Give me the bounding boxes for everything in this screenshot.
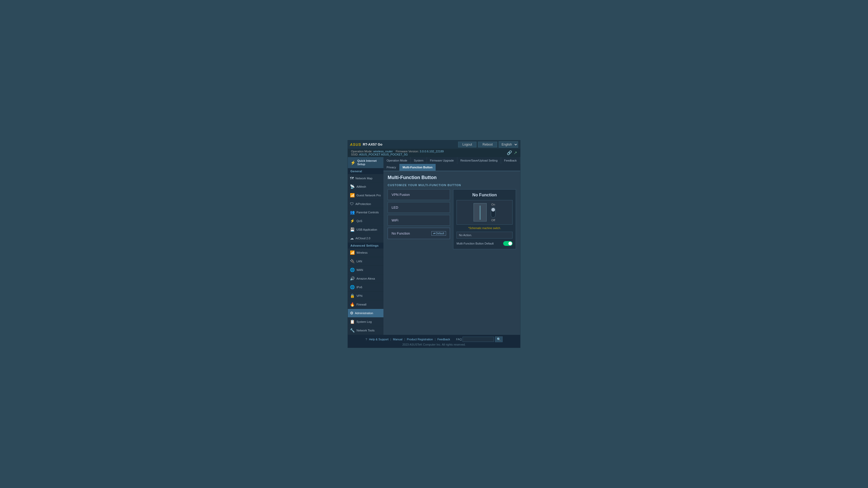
sidebar-item-qos[interactable]: ⚡ QoS	[348, 217, 383, 225]
led-label: LED	[392, 205, 398, 209]
footer-links: ? Help & Support | Manual | Product Regi…	[351, 336, 517, 342]
quick-setup-icon: ⚡	[350, 160, 356, 165]
reboot-button[interactable]: Reboot	[478, 142, 497, 148]
sidebar-item-label: Guest Network Pro	[356, 194, 381, 197]
faq-search-input[interactable]	[463, 337, 494, 342]
firmware-value: 3.0.0.6.102_22189	[420, 150, 444, 153]
sidebar-item-ipv6[interactable]: 🌐 IPv6	[348, 283, 383, 292]
router-image	[473, 203, 487, 222]
sidebar-item-guest-network[interactable]: 📶 Guest Network Pro	[348, 191, 383, 200]
tab-bar: Operation Mode System Firmware Upgrade R…	[383, 157, 520, 171]
quick-setup-item[interactable]: ⚡ Quick Internet Setup	[348, 157, 383, 168]
top-bar: ASUS RT-AX57 Go Logout Reboot English	[348, 140, 520, 149]
model-name: RT-AX57 Go	[363, 142, 382, 147]
tab-system[interactable]: System	[411, 157, 427, 164]
functions-list: VPN Fusion LED WiFi No Function ⇄ Defaul…	[388, 189, 450, 249]
administration-icon: ⚙	[350, 311, 353, 316]
qos-icon: ⚡	[350, 219, 355, 223]
led-button[interactable]: LED	[388, 202, 450, 213]
tab-feedback[interactable]: Feedback	[501, 157, 520, 164]
footer: ? Help & Support | Manual | Product Regi…	[348, 335, 520, 348]
aiprotection-icon: 🛡	[350, 202, 354, 206]
sidebar-item-administration[interactable]: ⚙ Administration	[348, 309, 383, 318]
customize-label: CUSTOMIZE YOUR MULTI-FUNCTION BUTTON	[388, 184, 516, 187]
sidebar-item-label: LAN	[356, 260, 362, 263]
system-log-icon: 📋	[350, 319, 355, 324]
sidebar-item-label: Network Tools	[356, 329, 375, 332]
switch-diagram: On Off	[457, 200, 513, 225]
advanced-section-label: Advanced Settings	[348, 243, 383, 249]
lan-icon: 🔌	[350, 259, 355, 264]
tab-operation-mode[interactable]: Operation Mode	[383, 157, 411, 164]
default-row-label: Multi-Function Button Default	[457, 242, 494, 245]
sidebar-item-aimesh[interactable]: 📡 AiMesh	[348, 183, 383, 191]
faq-label: FAQ	[456, 338, 462, 341]
share-icon[interactable]: ↗	[514, 150, 517, 155]
switch-off-label: Off	[491, 219, 495, 222]
default-badge: ⇄ Default	[431, 231, 446, 236]
sidebar-item-label: VPN	[356, 294, 363, 297]
sidebar-item-label: Amazon Alexa	[356, 277, 375, 280]
logout-button[interactable]: Logout	[458, 142, 477, 148]
help-support-link[interactable]: Help & Support	[369, 338, 389, 341]
tab-privacy[interactable]: Privacy	[383, 164, 399, 171]
default-toggle[interactable]	[503, 241, 513, 246]
vpn-fusion-button[interactable]: VPN Fusion	[388, 189, 450, 200]
sidebar-item-system-log[interactable]: 📋 System Log	[348, 318, 383, 326]
asus-logo: ASUS	[350, 142, 361, 147]
sidebar-item-amazon-alexa[interactable]: 🔊 Amazon Alexa	[348, 274, 383, 283]
sidebar-item-label: Network Map	[355, 177, 372, 180]
firewall-icon: 🔥	[350, 302, 355, 307]
sidebar-item-label: IPv6	[356, 286, 362, 289]
sidebar-item-usb-application[interactable]: 💾 USB Application	[348, 225, 383, 234]
no-function-button[interactable]: No Function ⇄ Default	[388, 228, 450, 239]
usb-icon: 💾	[350, 227, 355, 232]
toggle-thumb	[491, 208, 495, 212]
faq-search-button[interactable]: 🔍	[495, 336, 503, 342]
sidebar-item-aiprotection[interactable]: 🛡 AiProtection	[348, 200, 383, 208]
amazon-alexa-icon: 🔊	[350, 276, 355, 281]
aimesh-icon: 📡	[350, 184, 355, 189]
wifi-button[interactable]: WiFi	[388, 215, 450, 226]
sidebar-item-label: AiCloud 2.0	[355, 237, 370, 240]
operation-mode-value: wireless_router	[373, 150, 393, 153]
quick-setup-label: Quick Internet Setup	[357, 159, 381, 166]
aicloud-icon: ☁	[350, 236, 354, 240]
sidebar-item-wan[interactable]: 🌐 WAN	[348, 266, 383, 274]
general-section-label: General	[348, 168, 383, 174]
sidebar-item-network-map[interactable]: 🗺 Network Map	[348, 174, 383, 183]
sidebar-item-label: Wireless	[356, 251, 368, 254]
sidebar-item-lan[interactable]: 🔌 LAN	[348, 257, 383, 266]
main-layout: ⚡ Quick Internet Setup General 🗺 Network…	[348, 157, 520, 335]
sidebar-item-parental-controls[interactable]: 👥 Parental Controls	[348, 208, 383, 217]
switch-control: On Off	[491, 203, 496, 222]
tab-restore-save[interactable]: Restore/Save/Upload Setting	[457, 157, 501, 164]
wireless-icon: 📶	[350, 250, 355, 255]
network-icon[interactable]: 🔗	[507, 150, 512, 155]
sidebar-item-vpn[interactable]: 🔒 VPN	[348, 292, 383, 300]
vpn-fusion-label: VPN Fusion	[392, 193, 410, 197]
feedback-link[interactable]: Feedback	[437, 338, 450, 341]
product-registration-link[interactable]: Product Registration	[407, 338, 433, 341]
ipv6-icon: 🌐	[350, 285, 355, 290]
sidebar-item-firewall[interactable]: 🔥 Firewall	[348, 300, 383, 309]
default-row: Multi-Function Button Default	[457, 241, 513, 246]
no-function-title: No Function	[457, 193, 513, 197]
operation-mode-label: Operation Mode:	[351, 150, 372, 153]
manual-link[interactable]: Manual	[393, 338, 402, 341]
tab-firmware-upgrade[interactable]: Firmware Upgrade	[427, 157, 457, 164]
language-select[interactable]: English	[499, 141, 518, 148]
sidebar-item-label: System Log	[356, 320, 372, 323]
sidebar-item-wireless[interactable]: 📶 Wireless	[348, 249, 383, 257]
guest-network-icon: 📶	[350, 193, 355, 198]
no-action-box: No Action.	[457, 232, 513, 238]
toggle-switch[interactable]	[491, 207, 496, 218]
sidebar-item-network-tools[interactable]: 🔧 Network Tools	[348, 326, 383, 335]
info-bar: Operation Mode: wireless_router Firmware…	[348, 149, 520, 157]
page-title: Multi-Function Button	[388, 175, 516, 181]
sidebar-item-aicloud[interactable]: ☁ AiCloud 2.0	[348, 234, 383, 243]
sidebar-item-label: AiProtection	[355, 202, 371, 205]
tab-multi-function[interactable]: Multi-Function Button	[399, 164, 436, 171]
sidebar-item-label: Administration	[355, 312, 373, 315]
sidebar-item-label: WAN	[356, 268, 363, 271]
